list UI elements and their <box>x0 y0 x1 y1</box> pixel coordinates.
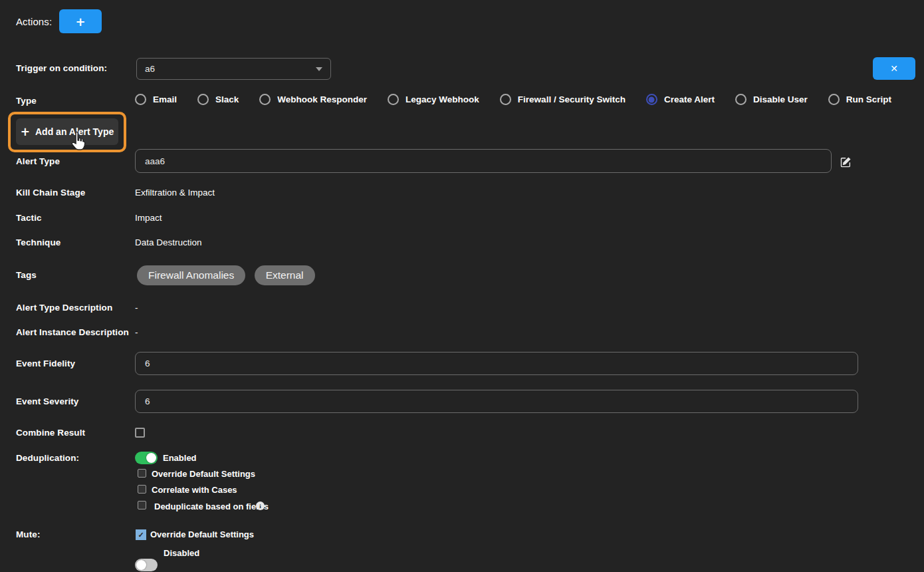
alert-type-label: Alert Type <box>16 156 60 166</box>
mute-label: Mute: <box>16 529 41 539</box>
tag-pill[interactable]: External <box>255 265 315 285</box>
deduplication-toggle-state: Enabled <box>163 453 197 463</box>
dedup-based-on-fields-checkbox[interactable] <box>138 501 146 509</box>
mute-override-default-label: Override Default Settings <box>150 529 254 539</box>
alert-type-input[interactable] <box>135 149 832 173</box>
type-radio-create-alert[interactable]: Create Alert <box>646 94 715 105</box>
radio-icon <box>828 94 840 105</box>
trigger-condition-select[interactable]: a6 <box>136 58 331 80</box>
alert-instance-description-value: - <box>135 327 138 337</box>
event-severity-input[interactable] <box>135 390 858 413</box>
dedup-correlate-cases-label: Correlate with Cases <box>152 485 237 495</box>
radio-icon <box>197 94 209 105</box>
tags-list: Firewall Anomalies External <box>137 265 321 285</box>
technique-label: Technique <box>16 237 60 247</box>
type-radio-firewall-security-switch[interactable]: Firewall / Security Switch <box>500 94 626 105</box>
mute-toggle[interactable] <box>135 559 158 571</box>
alert-type-description-label: Alert Type Description <box>16 303 112 313</box>
close-icon: ✕ <box>890 63 898 74</box>
type-label: Type <box>16 96 37 106</box>
trigger-condition-value: a6 <box>145 64 155 74</box>
chevron-down-icon <box>316 67 322 71</box>
check-icon: ✓ <box>138 531 144 539</box>
radio-icon <box>135 94 146 105</box>
mute-toggle-state: Disabled <box>164 548 199 558</box>
edit-icon[interactable] <box>840 156 852 168</box>
alert-action-config-panel: Actions: + Trigger on condition: a6 ✕ Ty… <box>0 0 924 572</box>
combine-result-checkbox[interactable] <box>135 428 145 438</box>
dedup-override-default-label: Override Default Settings <box>152 469 255 479</box>
plus-icon: + <box>21 125 30 138</box>
type-radio-run-script[interactable]: Run Script <box>828 94 891 105</box>
tactic-value: Impact <box>135 213 162 223</box>
alert-instance-description-label: Alert Instance Description <box>16 327 129 337</box>
type-radio-email[interactable]: Email <box>135 94 177 105</box>
add-action-button[interactable]: + <box>59 9 102 33</box>
deduplication-toggle[interactable] <box>135 452 158 464</box>
tactic-label: Tactic <box>16 213 42 223</box>
actions-label: Actions: <box>16 16 52 27</box>
radio-icon <box>500 94 511 105</box>
dedup-correlate-cases-checkbox[interactable] <box>138 485 146 494</box>
radio-icon <box>388 94 399 105</box>
event-fidelity-input[interactable] <box>135 352 858 375</box>
remove-action-button[interactable]: ✕ <box>873 57 915 80</box>
hand-cursor-icon <box>69 131 87 151</box>
trigger-condition-label: Trigger on condition: <box>16 63 107 73</box>
alert-type-description-value: - <box>135 303 138 313</box>
deduplication-label: Deduplication: <box>16 453 79 463</box>
kill-chain-stage-label: Kill Chain Stage <box>16 188 85 198</box>
add-alert-type-button[interactable]: + Add an Alert Type <box>16 118 118 145</box>
technique-value: Data Destruction <box>135 237 202 247</box>
radio-selected-icon <box>646 94 657 105</box>
event-severity-label: Event Severity <box>16 396 78 406</box>
event-fidelity-label: Event Fidelity <box>16 358 75 368</box>
kill-chain-stage-value: Exfiltration & Impact <box>135 188 215 198</box>
radio-icon <box>735 94 747 105</box>
dedup-based-on-fields-label: Deduplicate based on fields <box>154 501 269 511</box>
toggle-knob <box>146 453 156 463</box>
combine-result-label: Combine Result <box>16 428 85 438</box>
type-radio-group: Email Slack Webhook Responder Legacy Web… <box>135 94 891 105</box>
type-radio-disable-user[interactable]: Disable User <box>735 94 808 105</box>
radio-icon <box>259 94 271 105</box>
mute-override-default-checkbox[interactable]: ✓ <box>136 529 146 540</box>
info-icon[interactable]: i <box>256 501 265 510</box>
type-radio-legacy-webhook[interactable]: Legacy Webhook <box>388 94 479 105</box>
tags-label: Tags <box>16 270 37 280</box>
type-radio-webhook-responder[interactable]: Webhook Responder <box>259 94 367 105</box>
toggle-knob <box>136 560 146 570</box>
plus-icon: + <box>75 15 85 29</box>
type-radio-slack[interactable]: Slack <box>197 94 239 105</box>
dedup-override-default-checkbox[interactable] <box>138 469 146 478</box>
tag-pill[interactable]: Firewall Anomalies <box>137 265 245 285</box>
